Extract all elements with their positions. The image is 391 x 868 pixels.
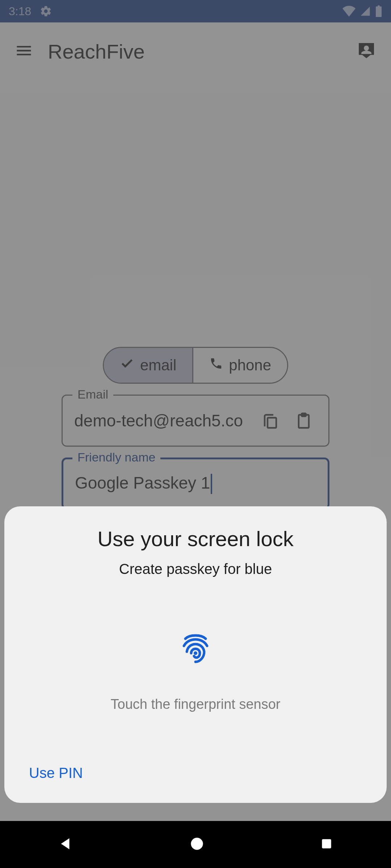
nav-recent-icon[interactable] (320, 837, 333, 852)
sheet-hint: Touch the fingerprint sensor (111, 697, 281, 712)
biometric-sheet: Use your screen lock Create passkey for … (4, 506, 387, 803)
nav-home-icon[interactable] (190, 837, 204, 852)
svg-point-3 (194, 651, 197, 655)
nav-back-icon[interactable] (58, 835, 74, 854)
sheet-title: Use your screen lock (97, 527, 294, 551)
fingerprint-icon[interactable] (181, 631, 210, 668)
system-nav-bar (0, 821, 391, 868)
svg-rect-5 (322, 839, 331, 848)
sheet-subtitle: Create passkey for blue (119, 561, 272, 577)
use-pin-button[interactable]: Use PIN (25, 759, 87, 787)
svg-point-4 (191, 838, 203, 850)
